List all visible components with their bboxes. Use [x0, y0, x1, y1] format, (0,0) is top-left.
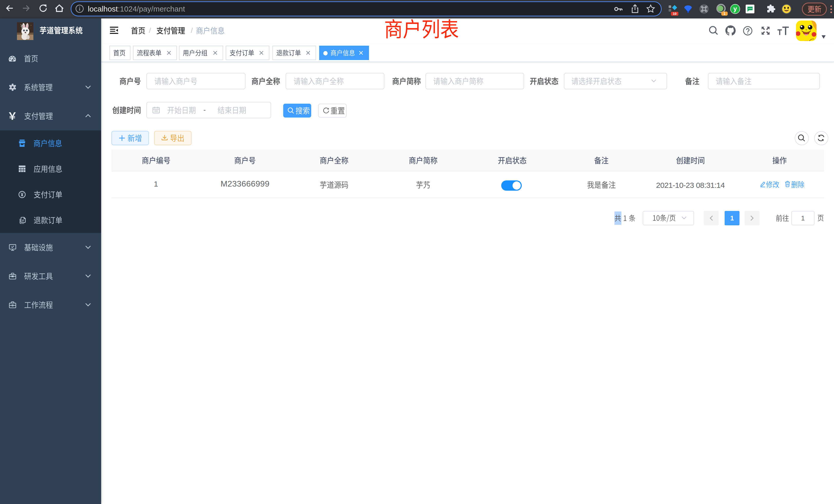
svg-text:y: y: [733, 5, 737, 12]
